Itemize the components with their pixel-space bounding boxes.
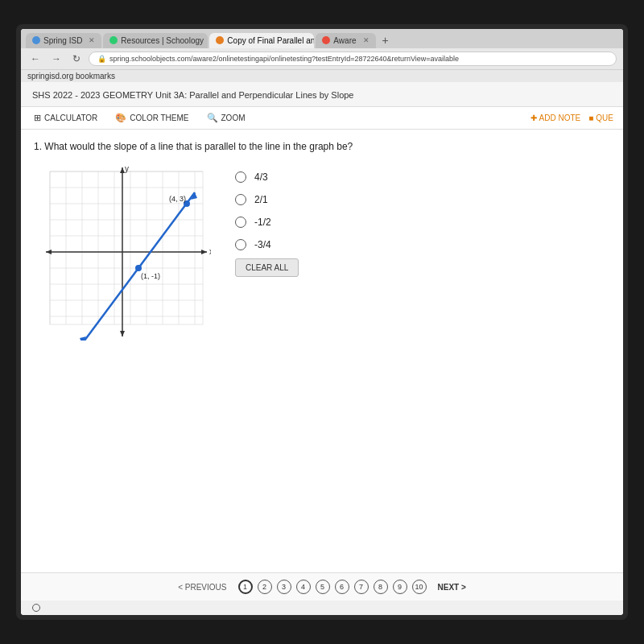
screen: Spring ISD ✕ Resources | Schoology ✕ Cop… <box>21 29 623 615</box>
page-9-button[interactable]: 9 <box>393 580 407 594</box>
page-3-label: 3 <box>282 583 286 591</box>
tab-label-spring-isd: Spring ISD <box>43 36 82 45</box>
forward-button[interactable]: → <box>48 52 64 66</box>
que-button[interactable]: ■ QUE <box>588 114 613 122</box>
calculator-icon: ⊞ <box>34 113 41 123</box>
calculator-button[interactable]: ⊞ CALCULATOR <box>31 111 101 125</box>
bookmarks-bar: springisd.org bookmarks <box>21 69 623 82</box>
svg-marker-25 <box>46 250 52 254</box>
next-button[interactable]: NEXT > <box>438 583 466 592</box>
add-note-button[interactable]: ✚ ADD NOTE <box>530 114 581 122</box>
color-theme-button[interactable]: 🎨 COLOR THEME <box>112 111 192 125</box>
svg-marker-23 <box>201 250 207 254</box>
tab-label-parallel: Copy of Final Parallel and Perp <box>227 36 314 45</box>
svg-text:(1, -1): (1, -1) <box>141 272 160 280</box>
page-5-button[interactable]: 5 <box>316 580 330 594</box>
monitor: Spring ISD ✕ Resources | Schoology ✕ Cop… <box>16 24 628 620</box>
graph-container: x y <box>34 163 211 344</box>
tab-close-spring-isd[interactable]: ✕ <box>89 36 95 44</box>
radio-c[interactable] <box>235 217 246 228</box>
new-tab-button[interactable]: + <box>378 32 394 48</box>
page-1-button[interactable]: 1 <box>238 580 253 594</box>
radio-a[interactable] <box>235 171 246 183</box>
tab-favicon-spring-isd <box>32 36 40 44</box>
answers-section: 4/3 2/1 -1/2 <box>235 163 299 277</box>
tab-parallel[interactable]: Copy of Final Parallel and Perp ✕ <box>209 33 314 48</box>
que-label: QUE <box>596 114 613 122</box>
page-4-label: 4 <box>301 583 305 591</box>
page-7-label: 7 <box>359 583 363 591</box>
zoom-button[interactable]: 🔍 ZOOM <box>204 111 249 125</box>
radio-b[interactable] <box>235 194 246 205</box>
tab-schoology[interactable]: Resources | Schoology ✕ <box>103 33 208 48</box>
address-text: spring.schoolobjects.com/aware2/onlinete… <box>109 55 459 63</box>
svg-point-34 <box>135 265 142 271</box>
page-7-button[interactable]: 7 <box>354 580 369 594</box>
page-10-button[interactable]: 10 <box>412 580 427 594</box>
answer-label-a: 4/3 <box>254 171 268 183</box>
reload-button[interactable]: ↻ <box>69 52 84 66</box>
question-area: 1. What would the slope of a line that i… <box>21 130 623 572</box>
svg-text:x: x <box>209 247 211 256</box>
svg-marker-26 <box>120 331 125 336</box>
tab-label-aware: Aware <box>333 36 356 45</box>
color-theme-label: COLOR THEME <box>130 114 188 122</box>
page-1-label: 1 <box>243 583 247 591</box>
page-5-label: 5 <box>320 583 324 591</box>
answer-label-b: 2/1 <box>254 194 268 205</box>
toolbar: ⊞ CALCULATOR 🎨 COLOR THEME 🔍 ZOOM ✚ ADD … <box>21 107 623 130</box>
page-6-label: 6 <box>340 583 344 591</box>
address-bar-row: ← → ↻ 🔒 spring.schoolobjects.com/aware2/… <box>21 48 623 69</box>
page-2-label: 2 <box>262 583 266 591</box>
answer-choice-c[interactable]: -1/2 <box>235 217 271 228</box>
test-container: SHS 2022 - 2023 GEOMETRY Unit 3A: Parall… <box>21 82 623 615</box>
tab-favicon-schoology <box>109 36 118 44</box>
svg-text:y: y <box>125 164 129 173</box>
page-4-button[interactable]: 4 <box>296 580 311 594</box>
answer-label-c: -1/2 <box>254 217 271 228</box>
zoom-icon: 🔍 <box>207 113 218 123</box>
page-6-button[interactable]: 6 <box>335 580 349 594</box>
test-header: SHS 2022 - 2023 GEOMETRY Unit 3A: Parall… <box>21 82 623 107</box>
answer-choice-b[interactable]: 2/1 <box>235 194 271 205</box>
lock-icon: 🔒 <box>97 55 106 63</box>
question-content: x y <box>34 163 610 344</box>
svg-text:(4, 3): (4, 3) <box>169 195 186 203</box>
tab-bar: Spring ISD ✕ Resources | Schoology ✕ Cop… <box>21 29 623 48</box>
tab-favicon-parallel <box>216 36 224 44</box>
answer-choice-d[interactable]: -3/4 <box>235 239 271 250</box>
tab-spring-isd[interactable]: Spring ISD ✕ <box>26 33 101 48</box>
calculator-label: CALCULATOR <box>44 114 97 122</box>
answer-choices: 4/3 2/1 -1/2 <box>235 171 271 250</box>
tab-favicon-aware <box>322 36 330 44</box>
status-indicator <box>32 604 40 612</box>
toolbar-right: ✚ ADD NOTE ■ QUE <box>530 114 613 122</box>
tab-aware[interactable]: Aware ✕ <box>316 33 375 48</box>
palette-icon: 🎨 <box>115 113 126 123</box>
page-10-label: 10 <box>415 583 423 591</box>
tab-close-aware[interactable]: ✕ <box>363 36 369 44</box>
page-8-button[interactable]: 8 <box>374 580 388 594</box>
coordinate-graph: x y <box>34 163 211 341</box>
zoom-label: ZOOM <box>221 114 246 122</box>
browser-chrome: Spring ISD ✕ Resources | Schoology ✕ Cop… <box>21 29 623 82</box>
previous-button[interactable]: < PREVIOUS <box>178 583 226 592</box>
page-9-label: 9 <box>398 583 402 591</box>
bottom-status-bar <box>21 601 623 615</box>
page-3-button[interactable]: 3 <box>277 580 291 594</box>
bookmarks-label: springisd.org bookmarks <box>27 72 115 80</box>
radio-d[interactable] <box>235 239 246 250</box>
test-title: SHS 2022 - 2023 GEOMETRY Unit 3A: Parall… <box>32 90 353 100</box>
page-8-label: 8 <box>378 583 382 591</box>
answer-label-d: -3/4 <box>254 239 271 250</box>
answer-choice-a[interactable]: 4/3 <box>235 171 271 183</box>
tab-label-schoology: Resources | Schoology <box>121 36 204 45</box>
clear-all-button[interactable]: CLEAR ALL <box>235 258 299 277</box>
que-icon: ■ <box>588 114 593 122</box>
address-bar[interactable]: 🔒 spring.schoolobjects.com/aware2/online… <box>89 52 617 66</box>
back-button[interactable]: ← <box>27 52 43 66</box>
add-note-icon: ✚ <box>530 114 537 122</box>
navigation-bar: < PREVIOUS 1 2 3 4 5 6 <box>21 572 623 601</box>
question-text: 1. What would the slope of a line that i… <box>34 141 610 152</box>
page-2-button[interactable]: 2 <box>258 580 272 594</box>
